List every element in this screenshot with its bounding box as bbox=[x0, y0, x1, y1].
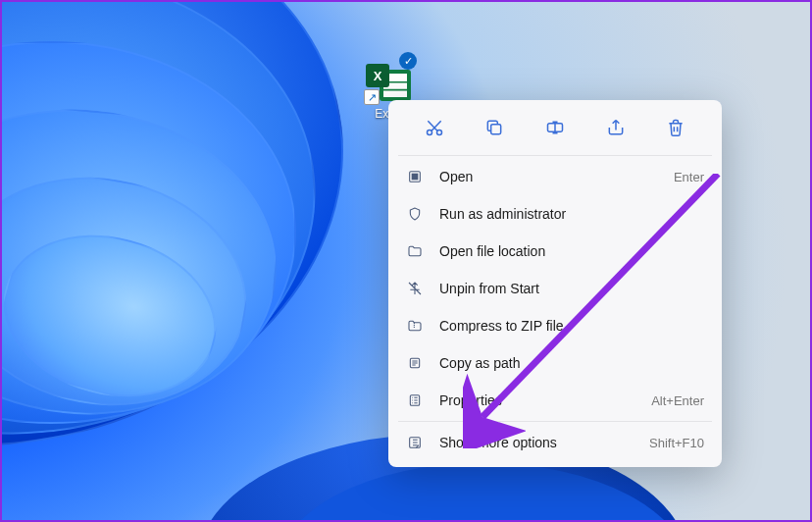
open-icon bbox=[406, 168, 424, 185]
menu-item-unpin-from-start[interactable]: Unpin from Start bbox=[394, 270, 716, 307]
menu-item-label: Show more options bbox=[439, 435, 634, 450]
menu-item-accel: Alt+Enter bbox=[651, 393, 704, 408]
shield-icon bbox=[406, 205, 424, 223]
svg-rect-2 bbox=[491, 125, 501, 134]
svg-rect-5 bbox=[412, 174, 419, 181]
svg-point-1 bbox=[436, 130, 441, 135]
svg-point-0 bbox=[427, 130, 431, 135]
menu-item-label: Open file location bbox=[439, 243, 704, 259]
menu-item-label: Properties bbox=[439, 392, 635, 408]
share-icon[interactable] bbox=[598, 112, 634, 143]
menu-item-label: Unpin from Start bbox=[439, 281, 704, 296]
menu-item-label: Open bbox=[439, 169, 658, 184]
menu-item-accel: Shift+F10 bbox=[649, 436, 704, 450]
copy-path-icon bbox=[406, 354, 424, 372]
delete-icon[interactable] bbox=[658, 112, 693, 143]
menu-item-show-more-options[interactable]: Show more options Shift+F10 bbox=[394, 424, 716, 461]
folder-icon bbox=[406, 242, 424, 260]
menu-item-open[interactable]: Open Enter bbox=[394, 158, 716, 195]
menu-item-properties[interactable]: Properties Alt+Enter bbox=[394, 382, 716, 419]
separator bbox=[398, 421, 712, 422]
properties-icon bbox=[406, 392, 424, 409]
context-menu-iconbar bbox=[394, 106, 716, 153]
menu-item-copy-as-path[interactable]: Copy as path bbox=[394, 344, 716, 382]
menu-item-label: Compress to ZIP file bbox=[439, 318, 704, 334]
copy-icon[interactable] bbox=[477, 112, 512, 143]
excel-icon: X ✓ ↗ bbox=[366, 56, 413, 103]
unpin-icon bbox=[406, 280, 424, 297]
menu-item-label: Run as administrator bbox=[439, 206, 704, 222]
more-options-icon bbox=[406, 434, 424, 451]
separator bbox=[398, 155, 712, 156]
context-menu: Open Enter Run as administrator Open fil… bbox=[388, 100, 722, 467]
zip-icon bbox=[406, 317, 424, 335]
menu-item-accel: Enter bbox=[674, 170, 704, 184]
menu-item-run-as-admin[interactable]: Run as administrator bbox=[394, 195, 716, 233]
menu-item-compress-zip[interactable]: Compress to ZIP file bbox=[394, 307, 716, 344]
cut-icon[interactable] bbox=[417, 112, 452, 143]
rename-icon[interactable] bbox=[537, 112, 573, 143]
menu-item-open-file-location[interactable]: Open file location bbox=[394, 233, 716, 270]
menu-item-label: Copy as path bbox=[439, 355, 704, 371]
